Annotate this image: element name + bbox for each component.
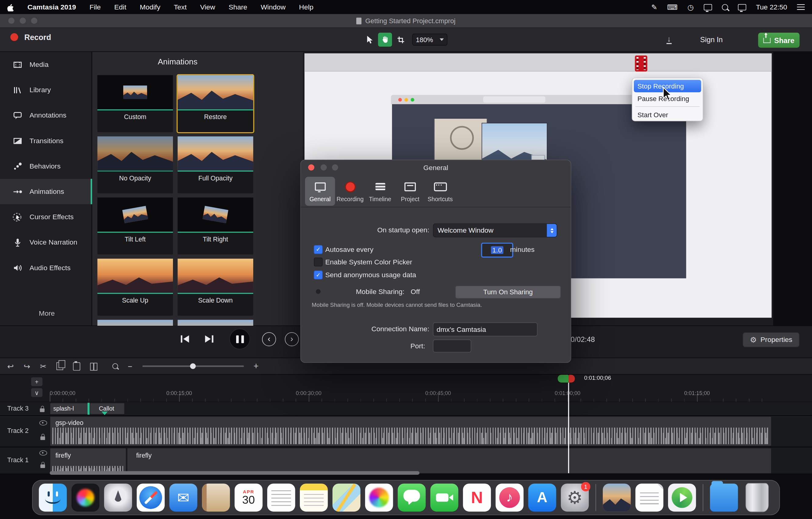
startup-open-dropdown[interactable]: Welcome Window	[433, 223, 557, 238]
eye-icon[interactable]	[39, 420, 47, 426]
playhead-line[interactable]	[568, 383, 569, 473]
slider-handle[interactable]	[190, 363, 196, 369]
animation-card-scale-down[interactable]: Scale Down	[177, 258, 253, 316]
color-picker-checkbox[interactable]	[314, 258, 323, 267]
clip-firefly-1[interactable]: firefly	[50, 448, 126, 474]
crop-tool[interactable]	[394, 33, 408, 47]
sidebar-item-voice-narration[interactable]: Voice Narration	[0, 229, 92, 255]
dock-safari-icon[interactable]	[137, 484, 165, 512]
timeline-horizontal-scrollbar[interactable]	[50, 471, 419, 475]
paste-button[interactable]	[73, 362, 80, 370]
dock-system-preferences-icon[interactable]: 1	[561, 484, 589, 512]
turn-on-sharing-button[interactable]: Turn On Sharing	[455, 285, 561, 298]
sidebar-more-button[interactable]: More	[39, 309, 55, 317]
playhead-in-handle[interactable]	[558, 375, 569, 382]
dock-music-icon[interactable]	[496, 484, 524, 512]
recorder-filmstrip-icon[interactable]	[635, 56, 647, 72]
dock-photos-icon[interactable]	[365, 484, 393, 512]
animation-card-partial[interactable]	[97, 320, 173, 325]
app-menu-title[interactable]: Camtasia 2019	[27, 3, 76, 11]
menu-modify[interactable]: Modify	[140, 3, 161, 11]
dock-contacts-icon[interactable]	[202, 484, 230, 512]
menu-help[interactable]: Help	[299, 3, 313, 11]
sidebar-item-behaviors[interactable]: Behaviors	[0, 154, 92, 179]
animation-card-custom[interactable]: Custom	[97, 75, 173, 132]
connection-name-field[interactable]: dmx's Camtasia	[433, 322, 538, 336]
dock-app-store-icon[interactable]	[528, 484, 556, 512]
clip-splash[interactable]: splash-l	[50, 403, 88, 415]
step-back-button[interactable]	[181, 335, 189, 343]
zoom-out-button[interactable]: −	[128, 362, 133, 371]
prefs-tab-recording[interactable]: Recording	[335, 177, 365, 206]
clip-trim-handle[interactable]	[88, 403, 90, 415]
displays-status-icon[interactable]	[704, 4, 712, 10]
lock-icon[interactable]	[40, 464, 45, 468]
dock-facetime-icon[interactable]	[430, 484, 459, 512]
timeline-zoom-slider[interactable]	[142, 365, 244, 367]
download-button[interactable]: ↓	[667, 34, 671, 44]
prefs-tab-general[interactable]: General	[305, 177, 335, 206]
animation-card-full-opacity[interactable]: Full Opacity	[177, 136, 253, 193]
port-field[interactable]	[433, 339, 471, 352]
collapse-tracks-button[interactable]: ∨	[31, 388, 42, 397]
sidebar-item-library[interactable]: Library	[0, 77, 92, 103]
sign-in-button[interactable]: Sign In	[700, 35, 723, 43]
animation-card-partial[interactable]	[177, 320, 253, 325]
menu-text[interactable]: Text	[174, 3, 187, 11]
dock-calendar-icon[interactable]: APR 30	[235, 484, 263, 512]
menu-view[interactable]: View	[200, 3, 215, 11]
menu-file[interactable]: File	[89, 3, 101, 11]
dock-launchpad-icon[interactable]	[104, 484, 132, 512]
menu-share[interactable]: Share	[229, 3, 247, 11]
dock-image-file-icon[interactable]	[603, 484, 631, 512]
usage-data-checkbox[interactable]	[314, 271, 323, 279]
zoom-in-button[interactable]: +	[254, 361, 259, 371]
spotlight-search-icon[interactable]	[722, 4, 728, 10]
menu-window[interactable]: Window	[261, 3, 286, 11]
eye-icon[interactable]	[39, 450, 47, 456]
callout-marker-icon[interactable]	[102, 412, 108, 415]
pan-hand-tool[interactable]	[378, 33, 392, 47]
dock-finder-icon[interactable]	[39, 484, 67, 512]
share-button[interactable]: Share	[758, 33, 800, 48]
animation-card-tilt-left[interactable]: Tilt Left	[97, 197, 173, 255]
next-clip-button[interactable]: ›	[285, 332, 299, 346]
sidebar-item-transitions[interactable]: Transitions	[0, 128, 92, 153]
properties-button[interactable]: ⚙ Properties	[743, 332, 800, 347]
dock-camtasia-icon[interactable]	[668, 484, 696, 512]
add-track-button[interactable]: +	[31, 377, 42, 386]
dock-mail-icon[interactable]: ✉	[169, 484, 197, 512]
prefs-tab-project[interactable]: Project	[395, 177, 425, 206]
lock-icon[interactable]	[40, 436, 45, 440]
dock-downloads-folder-icon[interactable]	[710, 484, 738, 512]
menu-bar-clock[interactable]: Tue 22:50	[756, 3, 787, 11]
redo-button[interactable]: ↪	[24, 361, 30, 371]
step-forward-button[interactable]	[205, 335, 213, 343]
sidecar-status-icon[interactable]	[738, 4, 746, 10]
dock-notes-icon[interactable]	[300, 484, 328, 512]
sidebar-item-cursor-effects[interactable]: Cursor Effects	[0, 204, 92, 229]
autosave-minutes-field[interactable]: 1.0	[481, 243, 513, 258]
sidebar-item-media[interactable]: Media	[0, 52, 92, 77]
record-button[interactable]: Record	[10, 33, 51, 42]
prefs-tab-shortcuts[interactable]: Shortcuts	[425, 177, 455, 206]
dock-document-file-icon[interactable]	[635, 484, 663, 512]
dock-messages-icon[interactable]	[398, 484, 426, 512]
dock-siri-icon[interactable]	[71, 484, 99, 512]
copy-button[interactable]	[56, 362, 63, 370]
edit-cursor-tool[interactable]	[362, 33, 376, 47]
timeline-ruler[interactable]: + ∨ 0:00:00;00 0:00:15;00 0:00:30;00 0:0…	[0, 374, 812, 402]
undo-button[interactable]: ↩	[7, 361, 14, 371]
menu-edit[interactable]: Edit	[114, 3, 126, 11]
sidebar-item-annotations[interactable]: Annotations	[0, 103, 92, 128]
keyboard-status-icon[interactable]: ⌨	[667, 3, 677, 11]
split-button[interactable]	[90, 363, 97, 370]
time-machine-status-icon[interactable]: ◷	[688, 3, 694, 11]
pause-button[interactable]	[229, 328, 250, 349]
lock-icon[interactable]	[40, 408, 45, 412]
sidebar-item-audio-effects[interactable]: Audio Effects	[0, 255, 92, 280]
clip-firefly-2[interactable]: firefly	[127, 448, 772, 474]
animation-card-restore[interactable]: Restore	[177, 75, 253, 132]
clip-gsp-video[interactable]: gsp-video	[50, 416, 772, 446]
dock-news-icon[interactable]	[463, 484, 491, 512]
